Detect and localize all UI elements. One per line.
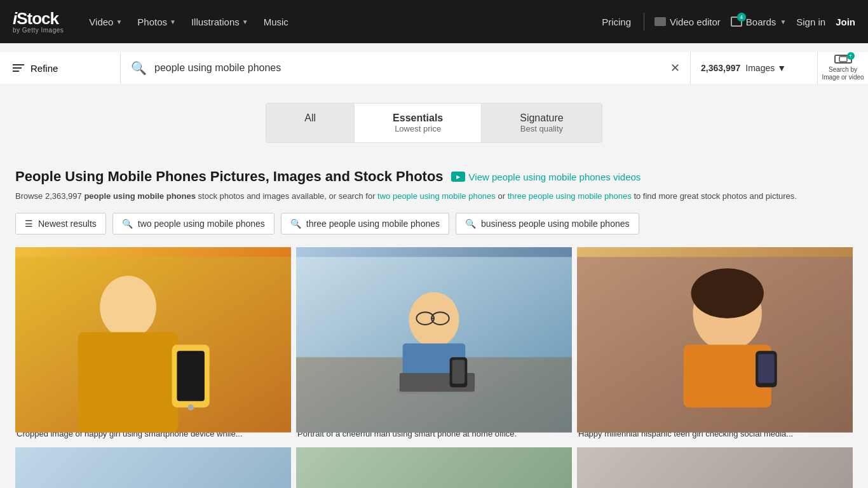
- search-icon: 🔍: [131, 60, 147, 76]
- main-nav: Video ▼ Photos ▼ Illustrations ▼ Music: [83, 11, 587, 32]
- results-count-area: 2,363,997 Images ▼: [690, 52, 817, 84]
- filter-chip-three-people[interactable]: 🔍 three people using mobile phones: [281, 213, 449, 234]
- chevron-down-icon: ▼: [777, 63, 786, 73]
- filter-icon: [13, 64, 24, 72]
- image-thumbnail: [296, 247, 572, 425]
- filter-icon: ☰: [25, 219, 33, 229]
- search-bar-area: Refine 🔍 ✕ 2,363,997 Images ▼ + Search b…: [0, 43, 868, 93]
- chevron-down-icon: ▼: [780, 18, 786, 25]
- search-by-image-button[interactable]: + Search by Image or video: [817, 52, 868, 84]
- image-card[interactable]: [577, 447, 853, 489]
- search-icon: 🔍: [290, 219, 301, 229]
- pricing-link[interactable]: Pricing: [599, 11, 634, 32]
- license-tabs: All Essentials Lowest price Signature Be…: [0, 93, 868, 156]
- search-icon: 🔍: [465, 219, 476, 229]
- nav-video[interactable]: Video ▼: [83, 11, 128, 32]
- chevron-down-icon: ▼: [116, 18, 122, 25]
- view-videos-link[interactable]: View people using mobile phones videos: [451, 172, 641, 182]
- header-right: Pricing Video editor 4 Boards ▼ Sign in …: [599, 11, 855, 32]
- refine-button[interactable]: Refine: [0, 52, 121, 84]
- logo-subtext: by Getty Images: [13, 27, 64, 34]
- boards-icon: 4: [731, 17, 742, 27]
- svg-rect-14: [452, 360, 465, 383]
- filter-chip-two-people[interactable]: 🔍 two people using mobile phones: [112, 213, 275, 234]
- tab-all[interactable]: All: [266, 104, 355, 142]
- svg-point-24: [691, 268, 764, 318]
- image-card[interactable]: [15, 447, 291, 489]
- tabs-container: All Essentials Lowest price Signature Be…: [266, 103, 602, 143]
- chevron-down-icon: ▼: [170, 18, 176, 25]
- search-by-image-icon: +: [834, 55, 852, 64]
- page-title: People Using Mobile Phones Pictures, Ima…: [15, 168, 853, 185]
- search-input-wrapper: 🔍 ✕: [121, 52, 690, 84]
- svg-point-2: [100, 276, 156, 339]
- browse-description: Browse 2,363,997 people using mobile pho…: [15, 190, 853, 203]
- site-header: iStock by Getty Images Video ▼ Photos ▼ …: [0, 0, 868, 43]
- filter-chips: ☰ Newest results 🔍 two people using mobi…: [15, 213, 853, 234]
- image-card[interactable]: Cropped image of happy girl using smartp…: [15, 247, 291, 442]
- tab-signature[interactable]: Signature Best quality: [482, 104, 602, 142]
- image-thumbnail: [15, 247, 291, 425]
- results-type-dropdown[interactable]: Images ▼: [745, 63, 786, 73]
- nav-photos[interactable]: Photos ▼: [131, 11, 182, 32]
- sign-in-button[interactable]: Sign in: [796, 17, 825, 27]
- svg-rect-23: [758, 354, 775, 383]
- main-content: People Using Mobile Phones Pictures, Ima…: [0, 156, 868, 488]
- svg-rect-3: [78, 332, 179, 432]
- svg-rect-0: [839, 57, 847, 62]
- video-editor-button[interactable]: Video editor: [654, 17, 721, 27]
- image-thumbnail: [577, 247, 853, 425]
- logo[interactable]: iStock by Getty Images: [13, 10, 64, 34]
- results-count: 2,363,997: [701, 63, 740, 73]
- search-input[interactable]: [154, 62, 663, 74]
- image-card[interactable]: Happy millennial hispanic teen girl chec…: [577, 247, 853, 442]
- image-card[interactable]: [296, 447, 572, 489]
- image-grid-bottom: [15, 447, 853, 489]
- image-grid: Cropped image of happy girl using smartp…: [15, 247, 853, 442]
- three-people-link[interactable]: three people using mobile phones: [508, 191, 632, 201]
- boards-button[interactable]: 4 Boards ▼: [731, 17, 786, 27]
- nav-music[interactable]: Music: [257, 11, 295, 32]
- search-icon: 🔍: [122, 219, 133, 229]
- nav-illustrations[interactable]: Illustrations ▼: [185, 11, 255, 32]
- tab-essentials[interactable]: Essentials Lowest price: [355, 104, 482, 142]
- join-button[interactable]: Join: [836, 17, 855, 27]
- header-divider: [644, 13, 644, 30]
- video-icon: [451, 172, 465, 182]
- svg-rect-5: [177, 351, 204, 401]
- clear-icon[interactable]: ✕: [670, 61, 680, 75]
- newest-results-chip[interactable]: ☰ Newest results: [15, 213, 106, 234]
- two-people-link[interactable]: two people using mobile phones: [377, 191, 496, 201]
- image-card[interactable]: Portrait of a cheerful man using smart p…: [296, 247, 572, 442]
- chevron-down-icon: ▼: [242, 18, 248, 25]
- filter-chip-business-people[interactable]: 🔍 business people using mobile phones: [456, 213, 639, 234]
- svg-point-6: [187, 404, 194, 410]
- logo-text: iStock: [13, 10, 64, 27]
- video-editor-icon: [654, 17, 666, 26]
